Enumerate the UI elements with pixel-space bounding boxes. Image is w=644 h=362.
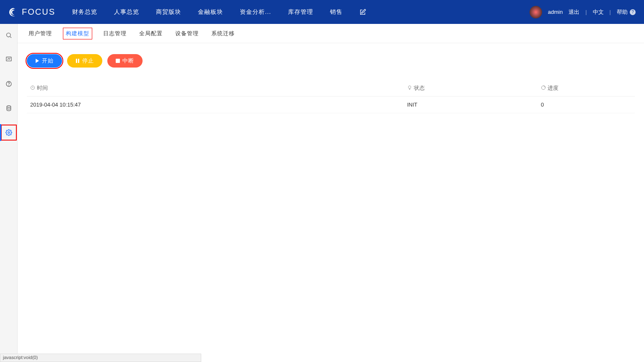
table-row: 2019-04-04 10:15:47 INIT 0 xyxy=(27,96,635,113)
sub-nav: 用户管理 构建模型 日志管理 全局配置 设备管理 系统迁移 xyxy=(18,24,644,43)
tab-global-config[interactable]: 全局配置 xyxy=(138,27,164,40)
cell-status: INIT xyxy=(404,96,538,113)
divider: | xyxy=(585,9,587,15)
nav-fund-analysis[interactable]: 资金分析... xyxy=(240,8,271,16)
start-button[interactable]: 开始 xyxy=(27,54,62,68)
stop-button[interactable]: 停止 xyxy=(67,54,102,68)
help-link[interactable]: 帮助 ? xyxy=(617,8,636,16)
tab-system-migration[interactable]: 系统迁移 xyxy=(210,27,236,40)
col-time-header: 时间 xyxy=(27,80,404,96)
abort-button[interactable]: 中断 xyxy=(107,54,143,68)
sidebar-help[interactable] xyxy=(3,78,15,90)
svg-point-6 xyxy=(8,132,10,133)
gear-icon xyxy=(5,129,12,136)
status-bar: javascript:void(0) xyxy=(0,354,201,362)
svg-marker-7 xyxy=(36,59,39,63)
language-link[interactable]: 中文 xyxy=(593,8,604,16)
database-icon xyxy=(5,105,12,112)
nav-hr-overview[interactable]: 人事总览 xyxy=(114,8,139,16)
col-status-header: 状态 xyxy=(404,80,538,96)
start-label: 开始 xyxy=(42,57,54,65)
cell-time: 2019-04-04 10:15:47 xyxy=(27,96,404,113)
action-buttons: 开始 停止 中断 xyxy=(27,54,635,68)
clock-icon xyxy=(30,85,35,91)
nav-sales[interactable]: 销售 xyxy=(330,8,343,16)
sidebar-settings[interactable] xyxy=(3,126,15,139)
sidebar-search[interactable] xyxy=(3,29,15,42)
stop-icon xyxy=(116,59,120,63)
nav-finance-overview[interactable]: 财务总览 xyxy=(72,8,97,16)
top-nav-items: 财务总览 人事总览 商贸版块 金融板块 资金分析... 库存管理 销售 xyxy=(72,8,530,16)
svg-rect-10 xyxy=(116,59,120,63)
svg-line-1 xyxy=(10,36,11,38)
top-nav: FOCUS 财务总览 人事总览 商贸版块 金融板块 资金分析... 库存管理 销… xyxy=(0,0,644,24)
bulb-icon xyxy=(407,85,412,91)
top-nav-right: admin 退出 | 中文 | 帮助 ? xyxy=(530,6,636,18)
nav-financial-section[interactable]: 金融板块 xyxy=(198,8,223,16)
logo-icon xyxy=(8,7,18,17)
sidebar-data[interactable] xyxy=(3,102,15,115)
logout-link[interactable]: 退出 xyxy=(569,8,579,16)
tab-user-management[interactable]: 用户管理 xyxy=(27,27,54,40)
jobs-table: 时间 状态 进度 2019-04-04 10:15:47 INIT 0 xyxy=(27,80,635,113)
help-badge-icon: ? xyxy=(630,9,636,15)
progress-header-label: 进度 xyxy=(548,85,558,91)
abort-label: 中断 xyxy=(122,57,134,65)
col-progress-header: 进度 xyxy=(538,80,635,96)
pause-icon xyxy=(75,59,80,63)
content-area: 开始 停止 中断 时间 状态 xyxy=(18,43,644,362)
search-icon xyxy=(5,32,12,39)
question-icon xyxy=(5,81,12,87)
username[interactable]: admin xyxy=(548,9,563,15)
svg-point-4 xyxy=(8,85,9,86)
time-header-label: 时间 xyxy=(37,85,48,91)
tab-build-model[interactable]: 构建模型 xyxy=(63,28,92,39)
svg-rect-8 xyxy=(76,59,77,63)
logo[interactable]: FOCUS xyxy=(8,7,55,17)
avatar[interactable] xyxy=(530,6,542,18)
cell-progress: 0 xyxy=(538,96,635,113)
edit-icon xyxy=(359,9,366,16)
tab-log-management[interactable]: 日志管理 xyxy=(101,27,128,40)
status-header-label: 状态 xyxy=(414,85,425,91)
help-label: 帮助 xyxy=(617,8,628,16)
svg-rect-9 xyxy=(78,59,79,63)
left-sidebar xyxy=(0,24,18,362)
svg-point-5 xyxy=(7,106,10,107)
logo-text: FOCUS xyxy=(22,7,55,17)
nav-inventory[interactable]: 库存管理 xyxy=(288,8,313,16)
sidebar-chart[interactable] xyxy=(3,53,15,66)
play-icon xyxy=(35,59,39,63)
divider: | xyxy=(610,9,611,15)
nav-edit-button[interactable] xyxy=(359,8,366,16)
nav-trade-section[interactable]: 商贸版块 xyxy=(156,8,181,16)
tab-device-management[interactable]: 设备管理 xyxy=(174,27,200,40)
stop-label: 停止 xyxy=(82,57,94,65)
progress-icon xyxy=(541,85,546,91)
svg-point-0 xyxy=(6,33,10,37)
chart-icon xyxy=(5,56,12,63)
